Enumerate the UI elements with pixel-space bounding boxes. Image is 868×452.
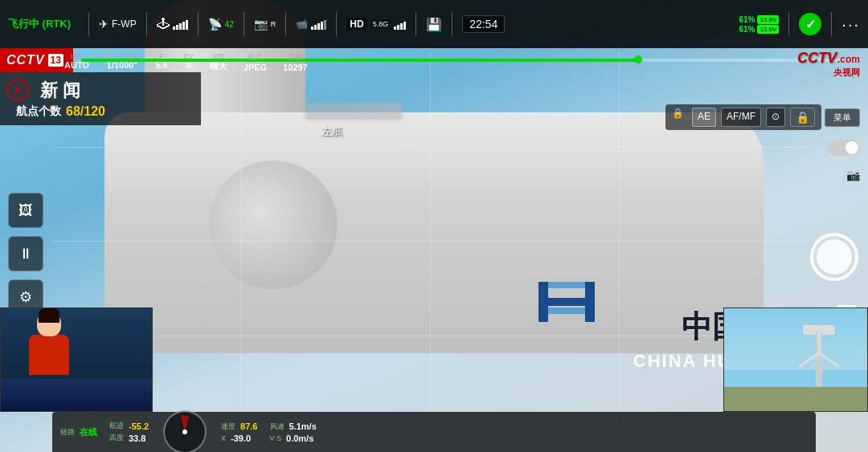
menu-button[interactable]: 菜单 xyxy=(825,108,860,127)
link-status-group: 链路 在线 xyxy=(60,426,97,438)
iso-param: ISO AUTO xyxy=(64,52,89,72)
compass-svg xyxy=(165,412,205,452)
compass-ring xyxy=(163,410,207,452)
satellite-group: 📡 42 xyxy=(208,18,234,31)
separator-1 xyxy=(88,12,89,36)
ae-button[interactable]: AE xyxy=(692,108,716,127)
wide-ground xyxy=(724,387,867,411)
storage-value: 10297 xyxy=(283,63,308,72)
waypoint-value: 68/120 xyxy=(66,104,105,119)
satellite-count: 42 xyxy=(225,20,234,29)
svg-rect-1 xyxy=(585,282,595,322)
ev-label: EV xyxy=(184,52,194,60)
format-param: 格式 JPEG xyxy=(244,52,267,72)
aperture-param: F 5.6 xyxy=(155,52,167,72)
compass-rose xyxy=(161,408,209,452)
cctv-brand-right: CCTV .com 央视网 xyxy=(797,50,860,79)
wind-value: 5.1m/s xyxy=(289,421,317,431)
lock-button[interactable]: 🔒 xyxy=(790,108,815,127)
wind-vspeed-group: 风速 5.1m/s V S 0.0m/s xyxy=(270,421,317,443)
status-ok-icon: ✓ xyxy=(799,13,821,35)
more-options-button[interactable]: ··· xyxy=(841,15,860,34)
x-label: X xyxy=(221,434,226,442)
separator-2 xyxy=(146,12,147,36)
top-status-bar: 飞行中 (RTK) ✈ F-WP 🕹 📡 42 📷 R 📹 xyxy=(0,0,868,48)
separator-10 xyxy=(831,12,832,36)
pip-news-anchor xyxy=(0,307,153,412)
iso-value: AUTO xyxy=(64,60,89,70)
anchor-figure xyxy=(17,311,81,383)
pause-button[interactable]: ⏸ xyxy=(8,236,43,271)
cctv-logo: CCTV 13 xyxy=(0,48,73,72)
info-panel: × 新 闻 航点个数 68/120 xyxy=(0,72,201,125)
hd-freq: 5.8G xyxy=(371,19,391,29)
x-value: -39.0 xyxy=(231,434,251,443)
separator-5 xyxy=(285,12,286,36)
anchor-desk xyxy=(1,379,152,411)
camera-params-panel: ISO AUTO SHUTTER 1/1000" F 5.6 EV 0 WB 晴… xyxy=(64,52,308,72)
svg-point-9 xyxy=(182,430,187,434)
f-label: F xyxy=(159,52,164,60)
wide-blades-svg xyxy=(795,323,843,371)
af-mf-button[interactable]: AF/MF xyxy=(721,108,761,127)
svg-rect-2 xyxy=(548,298,585,306)
shutter-button[interactable] xyxy=(810,233,858,281)
bottom-status-bar: 链路 在线 航迹 -55.2 高度 33.8 速度 87.6 X xyxy=(52,412,816,452)
lock-small-icon: 🔒 xyxy=(672,108,684,127)
remote-signal-group: 🕹 xyxy=(157,17,188,31)
cctv-website-label: 央视网 xyxy=(833,67,860,79)
focus-button[interactable]: ⊙ xyxy=(766,108,785,127)
shutter-label: SHUTTER xyxy=(105,52,140,60)
huaneng-logo xyxy=(538,282,595,333)
separator-8 xyxy=(452,12,452,36)
pitch-value: -55.2 xyxy=(129,421,149,431)
sd-icon: 💾 xyxy=(426,17,442,32)
format-label: 格式 xyxy=(248,52,262,63)
ev-param: EV 0 xyxy=(184,52,194,72)
gallery-button[interactable]: 🖼 xyxy=(8,193,43,228)
cctv-text: CCTV xyxy=(6,53,45,67)
remote-signal-bars xyxy=(173,18,188,30)
port-side-label: 左舷 xyxy=(321,124,342,139)
close-button[interactable]: × xyxy=(6,79,29,101)
separator-6 xyxy=(336,12,337,36)
shutter-value: 1/1000" xyxy=(107,60,138,70)
gimbal-group: 📷 R xyxy=(254,18,276,31)
flight-timer: 22:54 xyxy=(462,15,505,33)
turbine-hub xyxy=(209,161,338,289)
remote-icon: 🕹 xyxy=(157,17,170,31)
hd-signal-bars xyxy=(394,18,406,30)
separator-4 xyxy=(244,12,244,36)
iso-label: ISO xyxy=(71,52,84,60)
flight-mode-label: F-WP xyxy=(112,18,137,30)
censored-text xyxy=(305,103,402,120)
wide-turbine xyxy=(795,307,843,387)
svg-line-7 xyxy=(799,353,819,367)
link-label: 链路 xyxy=(60,427,75,438)
hd-label: HD xyxy=(346,18,366,31)
video-signal-group: 📹 xyxy=(296,18,326,30)
video-icon: 📹 xyxy=(296,18,308,30)
flight-status-label: 飞行中 (RTK) xyxy=(8,17,71,31)
pitch-label: 航迹 xyxy=(109,421,124,431)
svg-rect-3 xyxy=(548,282,585,288)
mode-toggle[interactable] xyxy=(828,140,860,156)
satellite-icon: 📡 xyxy=(208,18,222,31)
video-signal-bars xyxy=(311,18,326,30)
camera-photo-icon[interactable]: 📷 xyxy=(846,169,860,181)
right-controls-panel: 🔒 AE AF/MF ⊙ 🔒 菜单 xyxy=(665,104,860,156)
cctv-channel-num: 13 xyxy=(48,54,63,67)
wind-label: 风速 xyxy=(270,421,285,432)
svg-rect-4 xyxy=(548,307,585,314)
wb-value: 晴天 xyxy=(210,60,227,72)
storage-group: 💾 xyxy=(426,17,442,32)
ev-value: 0 xyxy=(186,60,191,70)
battery-group: 61% 13.8V 61% 13.6V xyxy=(739,15,779,34)
cctv-brand-label: CCTV xyxy=(797,50,837,67)
signal-r-label: R xyxy=(271,20,276,28)
anchor-background xyxy=(1,308,152,411)
f-value: 5.6 xyxy=(155,60,167,70)
svg-rect-0 xyxy=(538,282,548,322)
storage-label: 存储 xyxy=(288,52,302,63)
battery-2-pct: 61% xyxy=(739,25,755,34)
